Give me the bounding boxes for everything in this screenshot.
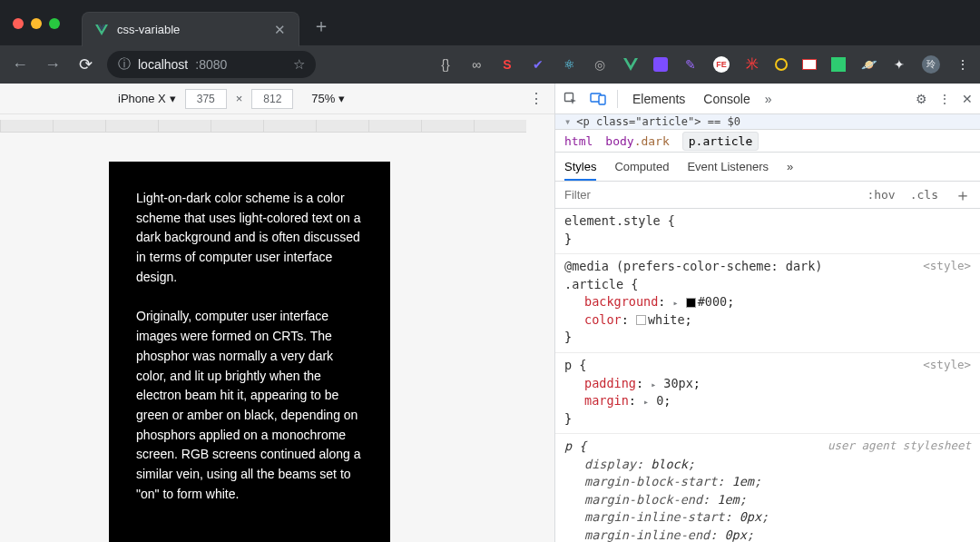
new-tab-button[interactable]: ＋ [299,14,343,45]
tab-console[interactable]: Console [700,88,753,110]
browser-menu-icon[interactable]: ⋮ [955,56,971,73]
ext-s-icon[interactable]: S [499,56,515,73]
rule-close: } [564,410,971,429]
styles-filter-row: :hov .cls ＋ [555,182,980,209]
hov-toggle[interactable]: :hov [859,188,902,202]
more-subtabs-icon[interactable]: » [787,160,793,173]
device-width-input[interactable]: 375 [185,89,227,109]
bookmark-icon[interactable]: ☆ [293,56,305,73]
rule-source: user agent stylesheet [828,438,971,454]
ext-link-icon[interactable]: ∞ [468,56,485,73]
site-info-icon[interactable]: ⓘ [118,56,131,73]
decl-background[interactable]: background: ▸ #000; [564,293,971,311]
decl-margin[interactable]: margin: ▸ 0; [564,392,971,410]
url-port: :8080 [195,57,227,72]
address-bar[interactable]: ⓘ localhost:8080 ☆ [107,51,316,78]
zoom-value: 75% [311,92,335,105]
back-button[interactable]: ← [9,55,31,74]
ext-fe-icon[interactable]: FE [713,56,730,73]
subtab-styles[interactable]: Styles [564,160,596,181]
content-area: iPhone X ▾ 375 × 812 75% ▾ ⋮ Light-on-da… [0,84,980,542]
rule-source[interactable]: <style> [923,258,971,274]
profile-avatar[interactable]: 玲 [922,55,940,74]
ext-planet-icon[interactable]: 🪐 [860,56,877,73]
ext-target-icon[interactable]: ◎ [592,56,608,73]
browser-tab[interactable]: css-variable ✕ [82,12,299,46]
device-menu-icon[interactable]: ⋮ [529,90,544,107]
rule-media: @media (prefers-color-scheme: dark) [564,258,971,276]
chevron-down-icon: ▾ [170,92,176,105]
close-icon[interactable]: ✕ [274,22,286,38]
window-zoom-icon[interactable] [49,18,60,29]
ext-react-icon[interactable]: ⚛ [561,56,577,73]
reload-button[interactable]: ⟳ [74,54,96,74]
styles-subtabs: Styles Computed Event Listeners » [555,153,980,182]
crumb-selected[interactable]: p.article [682,132,759,151]
dom-hint: <p class="article"> == $0 [576,115,740,128]
window-controls [0,18,73,45]
ext-green-square-icon[interactable] [831,57,846,72]
rule-p-useragent[interactable]: user agent stylesheet p { display: block… [555,434,980,542]
rule-close: } [564,231,971,249]
article-paragraph: Originally, computer user interface imag… [136,307,363,504]
browser-tabstrip: css-variable ✕ ＋ [0,0,980,45]
gear-icon[interactable]: ⚙ [916,92,927,106]
styles-filter-input[interactable] [555,188,859,202]
subtab-event-listeners[interactable]: Event Listeners [687,160,769,173]
ext-red-star-icon[interactable]: 米 [744,56,760,73]
subtab-computed[interactable]: Computed [614,160,669,173]
browser-toolbar: ← → ⟳ ⓘ localhost:8080 ☆ {} ∞ S ✔ ⚛ ◎ ✎ … [0,45,980,84]
device-emulation-pane: iPhone X ▾ 375 × 812 75% ▾ ⋮ Light-on-da… [0,84,555,542]
device-selector[interactable]: iPhone X ▾ [118,92,176,105]
window-minimize-icon[interactable] [31,18,42,29]
rule-selector: element.style { [564,212,971,231]
url-host: localhost [138,57,188,72]
svg-marker-2 [623,58,638,71]
styles-rules: element.style { } <style> @media (prefer… [555,209,980,542]
tab-title: css-variable [117,23,180,36]
color-swatch-icon[interactable] [686,298,696,308]
decl-color[interactable]: color: white; [564,311,971,330]
extension-icons: {} ∞ S ✔ ⚛ ◎ ✎ FE 米 🪐 ✦ 玲 ⋮ [437,55,971,74]
more-tabs-icon[interactable]: » [765,92,772,106]
dimension-x: × [236,92,243,105]
ext-purple-icon[interactable] [653,57,668,72]
color-swatch-icon[interactable] [636,315,646,325]
rule-p[interactable]: <style> p { padding: ▸ 30px; margin: ▸ 0… [555,353,980,434]
rule-close: } [564,329,971,347]
rule-selector: p { [564,357,971,375]
crumb-body[interactable]: body.dark [605,134,669,148]
ext-feather-icon[interactable]: ✎ [682,56,699,73]
zoom-selector[interactable]: 75% ▾ [311,92,345,105]
ext-braces-icon[interactable]: {} [437,56,454,73]
toggle-device-icon[interactable] [590,91,606,107]
ext-yellow-circle-icon[interactable] [775,58,788,71]
rule-source[interactable]: <style> [923,357,971,373]
devtools-panel: Elements Console » ⚙ ⋮ ✕ ▾ <p class="art… [555,84,980,542]
tab-elements[interactable]: Elements [629,88,689,110]
forward-button[interactable]: → [42,55,64,74]
decl-padding[interactable]: padding: ▸ 30px; [564,375,971,393]
close-devtools-icon[interactable]: ✕ [962,92,973,106]
extensions-icon[interactable]: ✦ [891,56,907,73]
cls-toggle[interactable]: .cls [903,188,946,202]
devtools-header: Elements Console » ⚙ ⋮ ✕ [555,84,980,114]
rule-article-dark[interactable]: <style> @media (prefers-color-scheme: da… [555,254,980,353]
rule-selector: .article { [564,276,971,294]
ext-box-icon[interactable] [802,59,817,70]
svg-rect-5 [599,95,605,104]
inspect-element-icon[interactable] [563,91,579,107]
window-close-icon[interactable] [13,18,24,29]
device-toolbar: iPhone X ▾ 375 × 812 75% ▾ ⋮ [0,84,554,114]
ext-check-icon[interactable]: ✔ [530,56,546,73]
new-rule-icon[interactable]: ＋ [946,184,980,206]
device-name: iPhone X [118,92,166,105]
rule-element-style[interactable]: element.style { } [555,209,980,254]
device-frame: Light-on-dark color scheme is a color sc… [109,162,390,542]
devtools-menu-icon[interactable]: ⋮ [938,92,951,106]
crumb-html[interactable]: html [564,134,593,148]
dom-selected-row[interactable]: ▾ <p class="article"> == $0 [555,114,980,129]
article: Light-on-dark color scheme is a color sc… [109,162,390,542]
device-height-input[interactable]: 812 [251,89,293,109]
ext-vue-icon[interactable] [622,56,639,73]
